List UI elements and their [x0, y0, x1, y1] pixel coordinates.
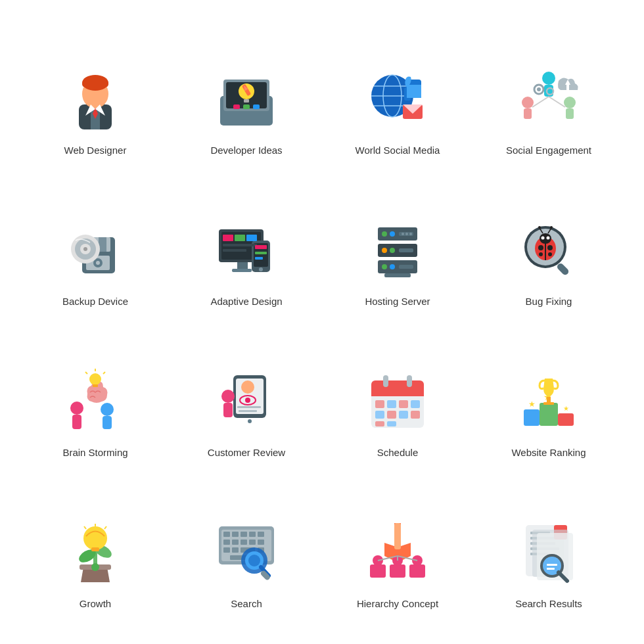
svg-rect-122 [387, 400, 396, 408]
svg-rect-52 [237, 262, 248, 269]
svg-point-88 [547, 245, 553, 250]
svg-rect-76 [399, 265, 413, 269]
svg-rect-171 [394, 523, 401, 549]
label-growth: Growth [80, 598, 111, 609]
svg-rect-161 [223, 547, 230, 553]
svg-point-45 [96, 261, 100, 265]
svg-point-114 [221, 390, 235, 403]
svg-point-90 [548, 252, 552, 256]
svg-rect-98 [72, 415, 81, 429]
svg-point-148 [91, 563, 99, 571]
svg-rect-57 [223, 235, 233, 241]
svg-line-37 [549, 97, 565, 107]
svg-rect-126 [387, 411, 396, 419]
svg-point-108 [248, 419, 252, 423]
svg-point-74 [382, 264, 387, 269]
icon-bug-fixing [513, 214, 585, 287]
card-adaptive-design: Adaptive Design [174, 174, 319, 319]
icon-hierarchy-concept [361, 517, 434, 589]
svg-rect-83 [556, 262, 570, 276]
svg-rect-172 [370, 564, 386, 578]
svg-line-146 [104, 526, 106, 529]
svg-point-77 [402, 233, 404, 235]
label-search-results: Search Results [515, 598, 582, 609]
label-developer-ideas: Developer Ideas [210, 145, 282, 156]
icon-website-ranking: ★ ★ ★ [513, 365, 585, 438]
label-backup-device: Backup Device [62, 296, 128, 307]
svg-point-68 [382, 231, 387, 237]
svg-rect-13 [233, 104, 240, 109]
card-search: Search [174, 476, 319, 621]
svg-rect-62 [255, 245, 267, 249]
label-adaptive-design: Adaptive Design [210, 296, 282, 307]
svg-rect-132 [524, 409, 540, 426]
card-developer-ideas: Developer Ideas [174, 23, 319, 168]
svg-point-31 [564, 97, 576, 108]
svg-point-71 [382, 248, 387, 253]
icon-customer-review [210, 365, 283, 438]
icon-developer-ideas [210, 63, 283, 135]
icon-schedule [361, 365, 434, 438]
svg-rect-15 [253, 104, 260, 109]
card-growth: Growth [23, 476, 168, 621]
icon-growth [59, 517, 131, 589]
svg-point-29 [522, 97, 534, 108]
card-hosting-server: Hosting Server [325, 174, 470, 319]
svg-line-36 [532, 97, 549, 107]
svg-point-95 [538, 226, 541, 229]
svg-rect-14 [243, 104, 250, 109]
label-website-ranking: Website Ranking [511, 447, 586, 458]
svg-point-69 [390, 231, 395, 237]
icon-adaptive-design [210, 214, 283, 287]
svg-rect-100 [103, 416, 112, 429]
card-bug-fixing: Bug Fixing [476, 174, 621, 319]
card-backup-device: Backup Device [23, 174, 168, 319]
svg-rect-129 [375, 421, 384, 426]
svg-rect-131 [540, 403, 558, 426]
card-brain-storming: Brain Storming [23, 325, 168, 470]
svg-rect-32 [566, 108, 574, 119]
svg-line-105 [103, 372, 105, 374]
icon-hosting-server [361, 214, 434, 287]
svg-rect-147 [91, 547, 99, 551]
svg-point-143 [83, 526, 107, 550]
icon-web-designer [59, 63, 131, 135]
card-web-designer: Web Designer [23, 23, 168, 168]
svg-rect-5 [82, 81, 108, 87]
svg-rect-127 [399, 411, 408, 419]
icon-world-social-media [361, 63, 434, 135]
svg-rect-160 [258, 540, 264, 545]
svg-rect-80 [384, 273, 411, 277]
label-hierarchy-concept: Hierarchy Concept [357, 598, 438, 609]
icon-social-engagement [513, 63, 585, 135]
svg-rect-115 [223, 403, 233, 417]
svg-rect-156 [223, 540, 230, 545]
svg-rect-133 [558, 413, 574, 426]
svg-rect-154 [249, 532, 256, 537]
svg-point-87 [538, 245, 543, 250]
svg-text:★: ★ [528, 400, 536, 409]
svg-rect-121 [375, 400, 384, 408]
svg-rect-59 [246, 235, 257, 241]
svg-rect-192 [547, 564, 557, 566]
svg-rect-151 [223, 532, 230, 537]
svg-rect-73 [399, 248, 413, 252]
label-bug-fixing: Bug Fixing [526, 296, 572, 307]
svg-rect-118 [371, 388, 424, 396]
svg-rect-102 [93, 384, 98, 387]
card-hierarchy-concept: Hierarchy Concept [325, 476, 470, 621]
icon-grid: Web Designer Developer Idea [10, 10, 634, 634]
label-web-designer: Web Designer [64, 145, 127, 156]
svg-rect-159 [249, 540, 256, 545]
svg-rect-128 [411, 411, 420, 419]
svg-rect-125 [375, 411, 384, 419]
svg-rect-119 [383, 375, 388, 387]
label-schedule: Schedule [377, 447, 419, 458]
svg-rect-176 [409, 564, 425, 578]
svg-point-56 [259, 267, 263, 271]
card-world-social-media: World Social Media [325, 23, 470, 168]
svg-rect-157 [232, 540, 239, 545]
svg-point-168 [248, 555, 260, 566]
svg-rect-61 [223, 249, 246, 252]
svg-rect-30 [524, 108, 532, 119]
